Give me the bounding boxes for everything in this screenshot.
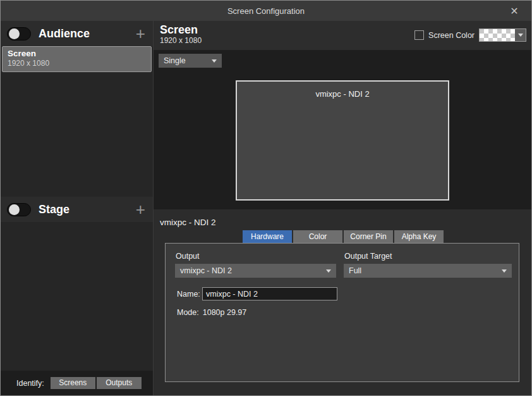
stage-toggle-knob xyxy=(9,204,20,215)
tab-hardware[interactable]: Hardware xyxy=(243,230,292,243)
identify-outputs-button[interactable]: Outputs xyxy=(97,377,142,389)
identify-row: Identify: Screens Outputs xyxy=(1,371,153,395)
identify-screens-button[interactable]: Screens xyxy=(51,377,95,389)
name-field[interactable] xyxy=(202,287,337,300)
screen-color-picker[interactable] xyxy=(479,28,526,42)
output-target-label: Output Target xyxy=(344,252,392,261)
output-settings-section: vmixpc - NDI 2 Hardware Color Corner Pin… xyxy=(154,209,531,395)
mode-value: 1080p 29.97 xyxy=(203,308,247,317)
output-tabs: Hardware Color Corner Pin Alpha Key xyxy=(243,230,444,243)
add-stage-screen-button[interactable]: + xyxy=(135,202,147,216)
audience-label: Audience xyxy=(39,27,135,40)
audience-toggle-knob xyxy=(9,28,20,39)
main-area: Screen 1920 x 1080 Screen Color xyxy=(154,21,531,395)
sidebar: Audience + Screen 1920 x 1080 Stage + Id… xyxy=(1,21,154,395)
name-label: Name: xyxy=(177,290,200,299)
output-preview-label: vmixpc - NDI 2 xyxy=(315,89,369,99)
add-audience-screen-button[interactable]: + xyxy=(135,27,147,40)
hardware-tab-panel: Output vmixpc - NDI 2 Output Target Full… xyxy=(165,243,519,382)
mode-row: Mode:1080p 29.97 xyxy=(177,308,250,317)
selected-screen-resolution: 1920 x 1080 xyxy=(160,36,202,45)
output-label: Output xyxy=(176,252,200,261)
tab-color[interactable]: Color xyxy=(293,230,342,243)
transparent-color-swatch xyxy=(480,29,515,41)
output-panel-title: vmixpc - NDI 2 xyxy=(160,218,216,227)
screen-color-label: Screen Color xyxy=(428,31,475,40)
layout-mode-select[interactable]: Single xyxy=(159,54,222,68)
selected-screen-title: Screen xyxy=(160,23,202,36)
audience-list-area xyxy=(1,72,153,197)
output-target-select[interactable]: Full xyxy=(344,264,512,278)
layout-mode-value: Single xyxy=(164,56,186,65)
stage-list-area xyxy=(1,222,153,371)
identify-label: Identify: xyxy=(16,379,44,388)
tab-corner-pin[interactable]: Corner Pin xyxy=(344,230,393,243)
tab-alpha-key[interactable]: Alpha Key xyxy=(394,230,444,243)
chevron-down-icon xyxy=(326,269,331,273)
stage-label: Stage xyxy=(39,203,135,216)
screen-configuration-dialog: Screen Configuration ✕ Audience + Screen… xyxy=(0,0,532,396)
screen-color-checkbox[interactable] xyxy=(414,30,424,40)
output-select[interactable]: vmixpc - NDI 2 xyxy=(175,264,336,278)
close-icon[interactable]: ✕ xyxy=(504,1,525,21)
screen-preview-canvas: Single vmixpc - NDI 2 xyxy=(154,50,531,209)
chevron-down-icon xyxy=(518,34,523,37)
output-select-value: vmixpc - NDI 2 xyxy=(180,266,232,275)
output-target-select-value: Full xyxy=(349,266,361,275)
screen-list-item[interactable]: Screen 1920 x 1080 xyxy=(2,46,152,72)
audience-header: Audience + xyxy=(1,21,153,46)
stage-toggle[interactable] xyxy=(7,203,31,216)
output-preview-box[interactable]: vmixpc - NDI 2 xyxy=(236,80,449,201)
stage-header: Stage + xyxy=(1,197,153,222)
color-dropdown-arrow-section xyxy=(515,29,526,41)
main-header: Screen 1920 x 1080 Screen Color xyxy=(154,21,531,50)
dialog-title: Screen Configuration xyxy=(227,6,305,16)
chevron-down-icon xyxy=(502,269,507,273)
audience-toggle[interactable] xyxy=(7,27,31,40)
title-bar: Screen Configuration ✕ xyxy=(1,1,531,21)
mode-label: Mode: xyxy=(177,308,199,317)
screen-item-name: Screen xyxy=(8,49,146,58)
chevron-down-icon xyxy=(212,59,217,63)
screen-item-resolution: 1920 x 1080 xyxy=(8,59,146,68)
